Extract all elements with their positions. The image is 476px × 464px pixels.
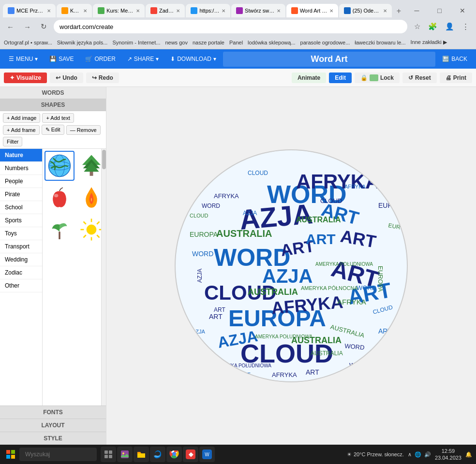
start-button[interactable] [4, 448, 17, 461]
tab-close-icon[interactable]: ✕ [176, 8, 180, 14]
save-button[interactable]: 💾 SAVE [45, 53, 78, 65]
bookmark-synonim[interactable]: Synonim - Internet... [112, 40, 160, 45]
shapes-scrollbar[interactable] [101, 149, 106, 406]
category-transport[interactable]: Transport [0, 240, 42, 253]
forward-nav-button[interactable]: → [21, 21, 34, 33]
address-bar[interactable] [54, 20, 407, 33]
fonts-section[interactable]: FONTS [0, 406, 106, 419]
shape-red-apple[interactable] [45, 183, 74, 213]
category-numbers[interactable]: Numbers [0, 162, 42, 175]
print-button[interactable]: 🖨 Print [440, 72, 472, 83]
system-tray-up-icon[interactable]: ∧ [408, 451, 412, 458]
wordart-visualization[interactable]: AZJA WORD AFRYKA ART ART WORD ART ART CL… [165, 140, 417, 392]
bookmark-laweczki[interactable]: ławeczki browaru le... [355, 40, 405, 45]
tab-close-icon[interactable]: ✕ [383, 8, 387, 14]
save-icon: 💾 [49, 56, 57, 62]
bookmark-nasze[interactable]: nasze portale [193, 40, 224, 45]
category-zodiac[interactable]: Zodiac [0, 266, 42, 279]
new-tab-button[interactable]: + [393, 5, 405, 17]
tab-kurs[interactable]: Kurs: Metod... ✕ [93, 4, 145, 17]
maximize-button[interactable]: □ [429, 4, 450, 17]
category-school[interactable]: School [0, 201, 42, 214]
category-sports[interactable]: Sports [0, 214, 42, 227]
order-button[interactable]: 🛒 ORDER [80, 53, 120, 65]
volume-icon[interactable]: 🔊 [424, 451, 431, 458]
animate-button[interactable]: Animate [292, 72, 326, 83]
shape-globe[interactable] [45, 151, 74, 181]
tab-close-icon[interactable]: ✕ [222, 8, 225, 14]
category-toys[interactable]: Toys [0, 227, 42, 240]
taskbar-app-edge[interactable] [150, 447, 165, 462]
redo-button[interactable]: ↪ Redo [86, 72, 119, 83]
tab-odebral[interactable]: (25) Odebrał... ✕ [339, 4, 392, 17]
category-people[interactable]: People [0, 175, 42, 188]
tab-close-icon[interactable]: ✕ [277, 8, 281, 14]
shape-flame[interactable] [76, 183, 101, 213]
taskbar-app-red[interactable]: ◆ [183, 447, 198, 462]
back-label: BACK [451, 56, 467, 62]
taskbar-app-multiview[interactable] [101, 447, 116, 462]
back-nav-button[interactable]: ← [4, 21, 17, 33]
shapes-toolbar: + Add image + Add text + Add frame ✎ Edi… [0, 111, 106, 149]
bookmark-parasole[interactable]: parasole ogrodowe... [300, 40, 350, 45]
close-button[interactable]: ✕ [451, 4, 473, 17]
visualize-button[interactable]: ✦ Visualize [4, 72, 47, 83]
tab-zadanie[interactable]: Zadanie ✕ [146, 4, 185, 17]
tab-close-icon[interactable]: ✕ [47, 8, 51, 14]
taskbar-app-chrome[interactable] [166, 447, 182, 462]
lock-button[interactable]: 🔒 Lock [355, 72, 400, 83]
notification-bell-icon[interactable]: 🔔 [465, 451, 472, 458]
save-label: SAVE [59, 56, 74, 62]
network-icon[interactable]: 🌐 [415, 451, 421, 458]
bookmark-newsgov[interactable]: news gov [165, 40, 187, 45]
profile-icon[interactable]: 👤 [442, 20, 457, 33]
taskbar-app-blue[interactable]: W [199, 447, 215, 462]
tab-close-icon[interactable]: ✕ [136, 8, 140, 14]
tab-url[interactable]: https://m... ✕ [186, 4, 230, 17]
tab-kokpit[interactable]: Kokpit ✕ [57, 4, 92, 17]
tab-wordart[interactable]: Word Art - E... ✕ [286, 4, 338, 17]
remove-button[interactable]: — Remove [66, 125, 101, 135]
category-other[interactable]: Other [0, 279, 42, 292]
add-frame-button[interactable]: + Add frame [3, 125, 40, 135]
add-text-button[interactable]: + Add text [42, 113, 74, 123]
category-pirate[interactable]: Pirate [0, 188, 42, 201]
menu-dots-icon[interactable]: ⋮ [459, 20, 472, 33]
lock-color-swatch [370, 74, 378, 81]
refresh-button[interactable]: ↻ [38, 20, 50, 33]
share-button[interactable]: ↗ SHARE▾ [122, 53, 164, 65]
bookmark-lodowka[interactable]: lodówka sklepową... [248, 40, 295, 45]
filter-button[interactable]: Filter [3, 137, 22, 146]
shape-sprout[interactable] [45, 215, 74, 245]
category-wedding[interactable]: Wedding [0, 253, 42, 266]
undo-button[interactable]: ↩ Undo [50, 72, 83, 83]
add-image-button[interactable]: + Add image [3, 113, 40, 123]
bookmark-star-icon[interactable]: ☆ [411, 20, 423, 33]
tab-mce[interactable]: MCE Przygo... ✕ [3, 4, 56, 17]
category-nature[interactable]: Nature [0, 149, 42, 162]
edit-button[interactable]: Edit [329, 72, 352, 83]
reset-button[interactable]: ↺ Reset [402, 72, 437, 83]
svg-text:AUSTRALIA: AUSTRALIA [216, 228, 272, 239]
taskbar-app-photos[interactable] [117, 447, 133, 462]
extension-icon[interactable]: 🧩 [425, 20, 440, 33]
download-button[interactable]: ⬇ DOWNLOAD▾ [165, 53, 221, 65]
shape-sun[interactable] [76, 215, 101, 245]
bookmark-inne[interactable]: Inne zakładki ▶ [410, 39, 446, 45]
taskbar-search-input[interactable] [19, 448, 97, 461]
bookmark-panel[interactable]: Panel [229, 40, 243, 45]
layout-section[interactable]: LAYOUT [0, 419, 106, 432]
menu-button[interactable]: ☰ MENU▾ [4, 53, 43, 65]
shape-tree-green[interactable] [76, 151, 101, 181]
tab-close-icon[interactable]: ✕ [329, 8, 333, 14]
style-section[interactable]: STYLE [0, 432, 106, 445]
tab-stworzswoje[interactable]: Stwórz swoje... ✕ [231, 4, 285, 17]
edit-shape-button[interactable]: ✎ Edit [42, 125, 64, 135]
svg-text:AZJA: AZJA [373, 344, 387, 354]
tab-close-icon[interactable]: ✕ [83, 8, 87, 14]
back-button[interactable]: 🔙 BACK [437, 53, 472, 65]
bookmark-ortograf[interactable]: Ortograf.pl • spraw... [4, 40, 52, 45]
minimize-button[interactable]: ─ [406, 4, 428, 17]
bookmark-slownik[interactable]: Słownik języka pols... [57, 40, 108, 45]
taskbar-app-file-explorer[interactable] [134, 447, 149, 462]
